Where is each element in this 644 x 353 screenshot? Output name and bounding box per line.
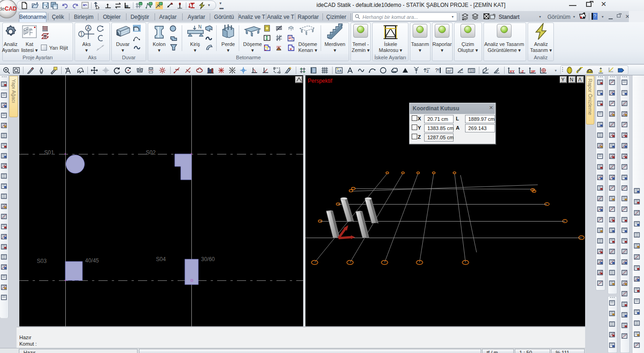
svg-text:3P: 3P — [531, 69, 535, 74]
svg-text:30/60: 30/60 — [201, 256, 215, 262]
svg-text:40/45: 40/45 — [85, 257, 99, 264]
svg-text:α: α — [461, 68, 463, 71]
svg-text:S04: S04 — [156, 256, 166, 262]
svg-text:XY: XY — [510, 69, 515, 74]
svg-text:N: N — [198, 25, 201, 29]
svg-text:1: 1 — [80, 32, 83, 37]
svg-text:S02: S02 — [146, 149, 156, 156]
svg-text:2: 2 — [426, 69, 429, 74]
svg-text:?!: ?! — [435, 68, 439, 73]
svg-text:m²: m² — [447, 69, 452, 73]
svg-text:123: 123 — [469, 70, 474, 73]
svg-text:-Z: -Z — [520, 69, 524, 74]
svg-text:A: A — [87, 26, 90, 31]
svg-text:S01: S01 — [44, 149, 54, 156]
svg-text:S03: S03 — [37, 258, 47, 264]
